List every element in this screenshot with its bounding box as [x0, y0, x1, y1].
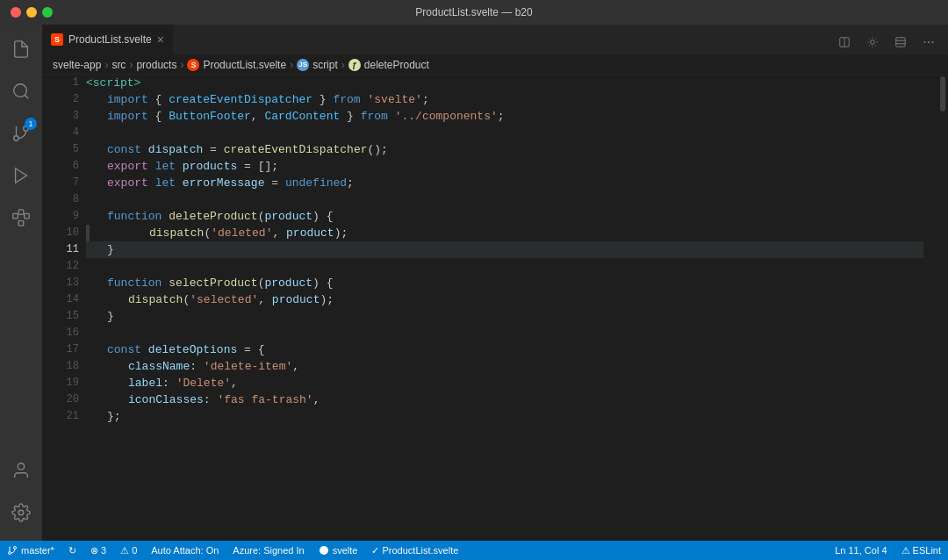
line-num-5: 5 [42, 141, 79, 158]
line-num-1: 1 [42, 75, 79, 91]
scrollbar-track[interactable] [937, 75, 948, 541]
settings-icon[interactable] [0, 492, 42, 534]
breadcrumb-products[interactable]: products [136, 59, 176, 71]
more-actions-button[interactable]: ··· [916, 30, 941, 54]
sidebar-item-search[interactable] [0, 70, 42, 112]
breadcrumb-script[interactable]: script [312, 59, 338, 71]
autoattach-item[interactable]: Auto Attach: On [144, 541, 226, 560]
line-numbers: 1 2 3 4 5 6 7 8 9 10 11 12 13 14 15 16 1… [42, 75, 86, 541]
svelte-check-item[interactable]: ✓ ProductList.svelte [364, 541, 465, 560]
sidebar-item-run[interactable] [0, 154, 42, 197]
line-num-15: 15 [42, 308, 79, 325]
code-line-16 [86, 325, 923, 341]
svg-rect-15 [896, 38, 906, 47]
activity-bar-bottom [0, 449, 42, 541]
code-editor[interactable]: 1 2 3 4 5 6 7 8 9 10 11 12 13 14 15 16 1… [42, 75, 948, 541]
code-line-8 [86, 191, 923, 208]
svg-marker-5 [16, 169, 27, 183]
sync-button[interactable]: ↻ [61, 541, 83, 560]
line-num-9: 9 [42, 208, 79, 225]
breadcrumb-function[interactable]: deleteProduct [364, 59, 429, 71]
main-layout: 1 [0, 25, 948, 541]
traffic-lights [11, 7, 53, 18]
breadcrumb-script-icon: JS [297, 59, 309, 71]
line-num-21: 21 [42, 408, 79, 425]
code-line-5: const dispatch = createEventDispatcher()… [86, 141, 923, 158]
sidebar-item-extensions[interactable] [0, 197, 42, 239]
line-num-11: 11 [42, 241, 79, 258]
settings-button[interactable] [860, 30, 885, 54]
account-icon[interactable] [0, 449, 42, 492]
line-num-18: 18 [42, 358, 79, 375]
line-num-12: 12 [42, 258, 79, 275]
svg-point-0 [14, 84, 27, 97]
branch-name: master* [21, 545, 54, 556]
svelte-item[interactable]: svelte [312, 541, 365, 560]
autoattach-label: Auto Attach: On [151, 545, 219, 556]
line-num-10: 10 [42, 225, 79, 241]
status-left: master* ↻ ⊗ 3 ⚠ 0 Auto Attach: On Azure:… [0, 541, 465, 560]
code-line-17: const deleteOptions = { [86, 341, 923, 358]
maximize-button[interactable] [42, 7, 53, 18]
source-control-badge: 1 [25, 118, 37, 130]
sync-icon: ↻ [68, 545, 76, 556]
line-num-19: 19 [42, 375, 79, 391]
code-content: <script> import { createEventDispatcher … [86, 75, 937, 541]
tab-actions: ··· [832, 30, 948, 54]
code-line-3: import { ButtonFooter, CardContent } fro… [86, 108, 923, 125]
breadcrumb: svelte-app › src › products › S ProductL… [42, 55, 948, 75]
line-num-4: 4 [42, 125, 79, 141]
cursor-position: Ln 11, Col 4 [835, 545, 887, 556]
svg-point-21 [320, 546, 328, 555]
code-line-12 [86, 258, 923, 275]
split-editor-button[interactable] [832, 30, 857, 54]
sidebar-item-source-control[interactable]: 1 [0, 112, 42, 154]
line-num-16: 16 [42, 325, 79, 341]
svg-point-10 [18, 463, 24, 470]
breadcrumb-filename[interactable]: ProductList.svelte [203, 59, 286, 71]
line-num-3: 3 [42, 108, 79, 125]
svelte-icon: S [51, 33, 63, 46]
titlebar: ProductList.svelte — b20 [0, 0, 948, 25]
svg-line-1 [25, 95, 28, 98]
minimize-button[interactable] [26, 7, 37, 18]
svg-point-14 [871, 40, 875, 45]
breadcrumb-svelte-app[interactable]: svelte-app [53, 59, 101, 71]
warnings-item[interactable]: ⚠ 0 [113, 541, 144, 560]
scrollbar-thumb[interactable] [940, 76, 945, 111]
file-tab[interactable]: S ProductList.svelte × [42, 25, 174, 54]
code-line-10: dispatch('deleted', product); [86, 225, 923, 241]
position-item[interactable]: Ln 11, Col 4 [828, 541, 894, 560]
svg-rect-9 [18, 221, 24, 226]
activity-bar: 1 [0, 25, 42, 541]
branch-item[interactable]: master* [0, 541, 61, 560]
code-line-2: import { createEventDispatcher } from 's… [86, 91, 923, 108]
svg-rect-8 [18, 210, 24, 215]
sidebar-item-files[interactable] [0, 28, 42, 70]
code-line-13: function selectProduct(product) { [86, 275, 923, 291]
azure-item[interactable]: Azure: Signed In [226, 541, 311, 560]
status-right: Ln 11, Col 4 ⚠ ESLint [828, 541, 948, 560]
line-num-14: 14 [42, 291, 79, 308]
warnings-count: ⚠ 0 [120, 545, 137, 556]
layout-button[interactable] [888, 30, 913, 54]
close-button[interactable] [11, 7, 21, 18]
code-line-14: dispatch('selected', product); [86, 291, 923, 308]
code-line-18: className: 'delete-item', [86, 358, 923, 375]
tab-close-button[interactable]: × [157, 32, 164, 47]
breadcrumb-func-icon: ƒ [348, 59, 361, 71]
breadcrumb-src[interactable]: src [111, 59, 126, 71]
code-line-1: <script> [86, 75, 923, 91]
line-num-13: 13 [42, 275, 79, 291]
errors-item[interactable]: ⊗ 3 [83, 541, 113, 560]
tab-filename: ProductList.svelte [68, 33, 152, 46]
tab-bar: S ProductList.svelte × [42, 25, 948, 55]
code-line-7: export let errorMessage = undefined; [86, 175, 923, 191]
line-num-2: 2 [42, 91, 79, 108]
eslint-item[interactable]: ⚠ ESLint [894, 541, 948, 560]
code-line-11: } [86, 241, 923, 258]
svg-point-11 [18, 510, 24, 515]
status-bar: master* ↻ ⊗ 3 ⚠ 0 Auto Attach: On Azure:… [0, 541, 948, 560]
line-num-17: 17 [42, 341, 79, 358]
window-title: ProductList.svelte — b20 [415, 6, 532, 18]
